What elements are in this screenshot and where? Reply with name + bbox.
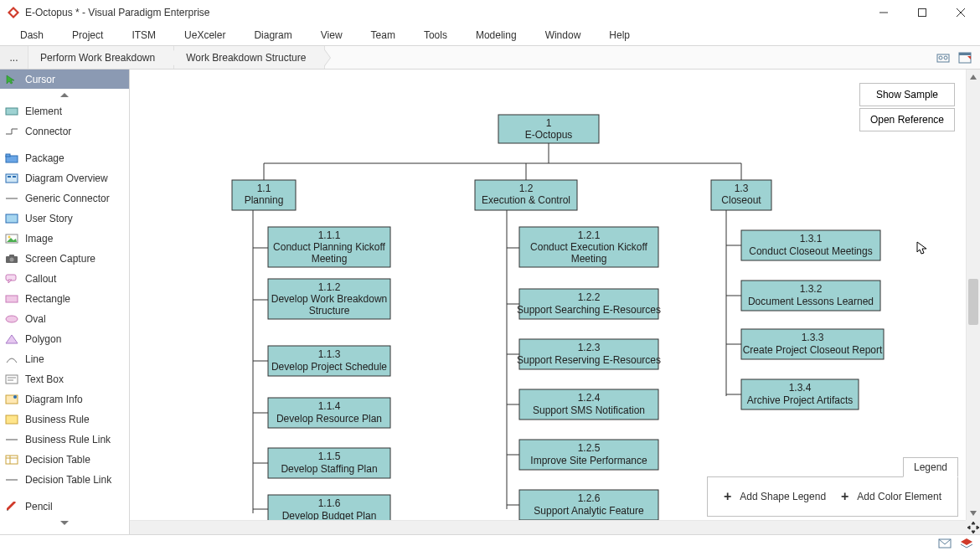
switch-view-icon[interactable] bbox=[957, 49, 973, 66]
palette-decision-table-link[interactable]: Decision Table Link bbox=[0, 470, 129, 490]
snapshot-icon[interactable] bbox=[935, 49, 952, 66]
palette-element[interactable]: Element bbox=[0, 101, 129, 121]
rectangle-icon bbox=[5, 294, 18, 304]
svg-text:1.1.5: 1.1.5 bbox=[318, 451, 341, 462]
menu-tools[interactable]: Tools bbox=[412, 26, 459, 44]
palette-collapse-up[interactable] bbox=[0, 90, 129, 101]
menu-uexceler[interactable]: UeXceler bbox=[173, 26, 237, 44]
wbs-node-root[interactable]: 1 E-Octopus bbox=[498, 115, 599, 143]
palette-diagram-overview[interactable]: Diagram Overview bbox=[0, 168, 129, 188]
wbs-diagram[interactable]: 1 E-Octopus 1.1 Planning 1.2 Execution &… bbox=[130, 70, 966, 520]
add-shape-legend-button[interactable]: +Add Shape Legend bbox=[724, 489, 826, 504]
legend-tab[interactable]: Legend bbox=[903, 457, 958, 477]
palette-screen-capture[interactable]: Screen Capture bbox=[0, 249, 129, 269]
palette-generic-connector[interactable]: Generic Connector bbox=[0, 188, 129, 209]
scroll-thumb[interactable] bbox=[968, 279, 978, 325]
svg-text:1.3: 1.3 bbox=[735, 183, 749, 194]
app-icon bbox=[7, 6, 20, 19]
breadcrumb-ellipsis[interactable]: ... bbox=[0, 46, 28, 69]
svg-text:Support SMS Notification: Support SMS Notification bbox=[533, 404, 645, 416]
wbs-node-1-2-4[interactable]: 1.2.4 Support SMS Notification bbox=[519, 389, 658, 420]
svg-text:1.3.2: 1.3.2 bbox=[800, 283, 823, 295]
horizontal-scrollbar[interactable] bbox=[130, 520, 966, 534]
wbs-node-1-2-2[interactable]: 1.2.2 Support Searching E-Resources bbox=[517, 289, 661, 319]
mouse-cursor-icon bbox=[916, 241, 930, 255]
palette-business-rule-link[interactable]: Business Rule Link bbox=[0, 430, 129, 450]
svg-text:1.2.3: 1.2.3 bbox=[578, 342, 601, 353]
wbs-node-1-1-4[interactable]: 1.1.4 Develop Resource Plan bbox=[268, 398, 390, 428]
scroll-down-icon[interactable] bbox=[967, 506, 980, 520]
wbs-node-1-3-2[interactable]: 1.3.2 Document Lessons Learned bbox=[741, 281, 880, 311]
menu-window[interactable]: Window bbox=[534, 26, 593, 44]
wbs-node-1-2-3[interactable]: 1.2.3 Support Reserving E-Resources bbox=[517, 339, 661, 369]
svg-marker-139 bbox=[967, 526, 970, 529]
svg-rect-14 bbox=[6, 108, 18, 115]
palette-business-rule[interactable]: Business Rule bbox=[0, 409, 129, 430]
wbs-node-1-3[interactable]: 1.3 Closeout bbox=[711, 180, 771, 210]
menu-itsm[interactable]: ITSM bbox=[120, 26, 168, 44]
svg-text:1: 1 bbox=[546, 117, 552, 129]
palette-text-box[interactable]: Text Box bbox=[0, 369, 129, 389]
wbs-node-1-1-6[interactable]: 1.1.6 Develop Budget Plan bbox=[268, 495, 390, 520]
palette-decision-table[interactable]: Decision Table bbox=[0, 450, 129, 470]
wbs-node-1-1-2[interactable]: 1.1.2 Develop Work Breakdown Structure bbox=[268, 279, 390, 319]
scroll-up-icon[interactable] bbox=[967, 70, 980, 84]
add-color-element-button[interactable]: +Add Color Element bbox=[841, 489, 941, 504]
palette-pencil[interactable]: Pencil bbox=[0, 497, 129, 517]
connector-icon bbox=[5, 126, 18, 136]
wbs-node-1-3-4[interactable]: 1.3.4 Archive Project Artifacts bbox=[741, 379, 859, 409]
svg-marker-135 bbox=[970, 75, 977, 80]
layers-icon[interactable] bbox=[960, 537, 973, 550]
menu-project[interactable]: Project bbox=[60, 26, 115, 44]
maximize-button[interactable] bbox=[903, 0, 941, 25]
svg-text:1.3.1: 1.3.1 bbox=[800, 233, 823, 245]
close-button[interactable] bbox=[941, 0, 980, 25]
pan-icon[interactable] bbox=[966, 520, 980, 534]
wbs-node-1-2-5[interactable]: 1.2.5 Improve Site Performance bbox=[519, 440, 658, 470]
wbs-node-1-2-6[interactable]: 1.2.6 Support Analytic Feature bbox=[519, 490, 658, 520]
wbs-node-1-1[interactable]: 1.1 Planning bbox=[232, 180, 296, 210]
palette-collapse-down[interactable] bbox=[0, 517, 129, 528]
menu-view[interactable]: View bbox=[309, 26, 354, 44]
palette-package[interactable]: Package bbox=[0, 148, 129, 168]
minimize-button[interactable] bbox=[864, 0, 903, 25]
diagram-info-icon bbox=[5, 394, 18, 404]
palette-rectangle[interactable]: Rectangle bbox=[0, 289, 129, 309]
wbs-node-1-1-1[interactable]: 1.1.1 Conduct Planning Kickoff Meeting bbox=[268, 227, 390, 267]
wbs-node-1-2[interactable]: 1.2 Execution & Control bbox=[475, 180, 577, 210]
svg-rect-19 bbox=[13, 176, 16, 178]
palette-oval[interactable]: Oval bbox=[0, 309, 129, 329]
pencil-icon bbox=[5, 502, 18, 512]
palette-connector[interactable]: Connector bbox=[0, 121, 129, 142]
diagram-canvas[interactable]: 1 E-Octopus 1.1 Planning 1.2 Execution &… bbox=[130, 70, 980, 534]
floating-buttons: Show Sample Open Reference bbox=[859, 83, 955, 131]
vertical-scrollbar[interactable] bbox=[966, 70, 980, 520]
breadcrumb-seg-1[interactable]: Perform Work Breakdown bbox=[28, 46, 174, 69]
palette-polygon[interactable]: Polygon bbox=[0, 329, 129, 349]
menu-diagram[interactable]: Diagram bbox=[242, 26, 303, 44]
palette-callout[interactable]: Callout bbox=[0, 269, 129, 289]
palette-line[interactable]: Line bbox=[0, 349, 129, 369]
breadcrumb-seg-2[interactable]: Work Breakdown Structure bbox=[174, 46, 325, 69]
wbs-node-1-2-1[interactable]: 1.2.1 Conduct Execution Kickoff Meeting bbox=[519, 227, 658, 267]
wbs-node-1-1-5[interactable]: 1.1.5 Develop Staffing Plan bbox=[268, 448, 390, 478]
svg-rect-3 bbox=[919, 9, 926, 17]
svg-text:1.3.4: 1.3.4 bbox=[789, 382, 812, 394]
svg-text:1.3.3: 1.3.3 bbox=[802, 332, 824, 343]
svg-rect-18 bbox=[8, 176, 11, 178]
menu-modeling[interactable]: Modeling bbox=[464, 26, 529, 44]
open-reference-button[interactable]: Open Reference bbox=[859, 108, 955, 131]
menu-team[interactable]: Team bbox=[359, 26, 407, 44]
wbs-node-1-3-1[interactable]: 1.3.1 Conduct Closeout Meetings bbox=[741, 230, 880, 260]
palette-image[interactable]: Image bbox=[0, 229, 129, 249]
element-icon bbox=[5, 106, 18, 116]
menu-help[interactable]: Help bbox=[597, 26, 642, 44]
mail-icon[interactable] bbox=[938, 537, 952, 550]
palette-diagram-info[interactable]: Diagram Info bbox=[0, 389, 129, 409]
wbs-node-1-3-3[interactable]: 1.3.3 Create Project Closeout Report bbox=[741, 329, 884, 359]
palette-cursor[interactable]: Cursor bbox=[0, 70, 129, 90]
palette-user-story[interactable]: User Story bbox=[0, 209, 129, 229]
wbs-node-1-1-3[interactable]: 1.1.3 Develop Project Schedule bbox=[268, 346, 390, 376]
menu-dash[interactable]: Dash bbox=[8, 26, 55, 44]
show-sample-button[interactable]: Show Sample bbox=[859, 83, 955, 106]
